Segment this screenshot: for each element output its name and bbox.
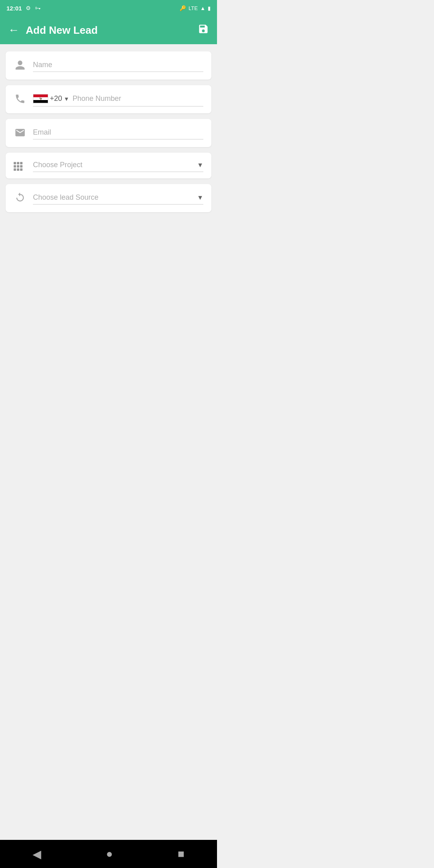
name-input[interactable]	[33, 61, 203, 72]
lead-source-label: Choose lead Source	[33, 193, 197, 202]
lead-source-card: Choose lead Source ▼	[6, 184, 211, 212]
lead-source-icon	[14, 192, 27, 206]
country-dropdown-arrow: ▼	[64, 96, 70, 102]
country-code: +20	[50, 94, 62, 103]
eagle-symbol: 🦅	[39, 97, 42, 100]
project-icon	[14, 162, 27, 171]
lead-source-field-content: Choose lead Source ▼	[33, 193, 203, 205]
lte-label: LTE	[188, 5, 198, 11]
project-field-content: Choose Project ▼	[33, 161, 203, 172]
egypt-flag: 🦅	[33, 94, 48, 104]
email-field-content	[33, 128, 203, 139]
status-bar-right: 🔑 LTE ▲ ▮	[180, 5, 211, 11]
email-card	[6, 119, 211, 147]
status-bar: 12:01 ⚙ 🗝 🔑 LTE ▲ ▮	[0, 0, 217, 16]
status-bar-left: 12:01 ⚙ 🗝	[6, 5, 41, 12]
page-title: Add New Lead	[26, 24, 191, 37]
back-button[interactable]: ←	[8, 25, 19, 36]
settings-icon: ⚙	[26, 5, 31, 11]
email-input[interactable]	[33, 128, 203, 139]
project-card: Choose Project ▼	[6, 153, 211, 178]
email-icon	[14, 127, 27, 141]
name-field-content	[33, 61, 203, 72]
project-label: Choose Project	[33, 161, 197, 169]
name-card	[6, 51, 211, 80]
app-bar: ← Add New Lead	[0, 16, 217, 44]
phone-card: 🦅 +20 ▼	[6, 85, 211, 113]
form-content: 🦅 +20 ▼	[0, 44, 217, 219]
phone-icon	[14, 93, 27, 107]
grid-icon	[14, 162, 27, 171]
key-icon: 🗝	[35, 5, 41, 11]
lead-source-dropdown-arrow[interactable]: ▼	[197, 194, 203, 201]
phone-field-content: 🦅 +20 ▼	[33, 94, 203, 106]
battery-icon: ▮	[208, 5, 211, 11]
key-status-icon: 🔑	[180, 5, 186, 11]
phone-number-input[interactable]	[72, 94, 203, 103]
status-time: 12:01	[6, 5, 22, 12]
signal-icon: ▲	[200, 5, 205, 11]
project-dropdown-arrow[interactable]: ▼	[197, 162, 203, 169]
save-button[interactable]	[198, 23, 209, 37]
person-icon	[14, 59, 27, 73]
country-selector[interactable]: 🦅 +20 ▼	[33, 94, 69, 104]
